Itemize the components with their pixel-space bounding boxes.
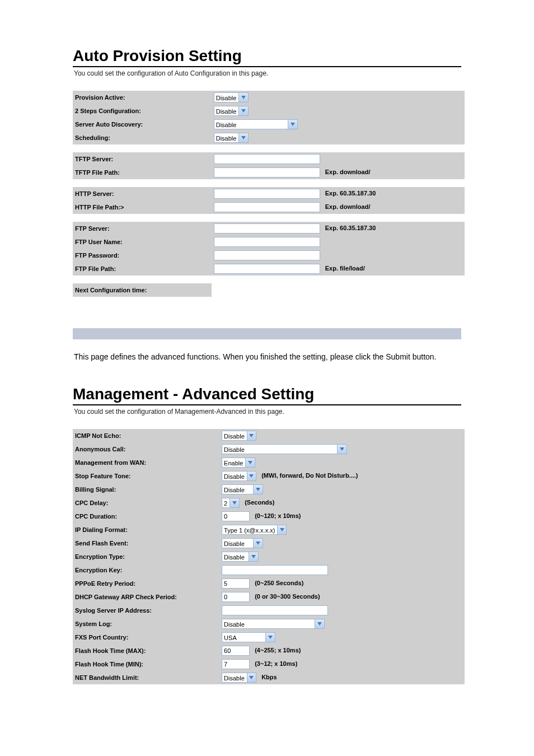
- label-flash-hook-max: Flash Hook Time (MAX):: [73, 644, 219, 657]
- label-syslog-ip: Syslog Server IP Address:: [73, 604, 219, 617]
- label-mgmt-from-wan: Management from WAN:: [73, 456, 219, 469]
- hint-tftp-file-path: Exp. download/: [325, 169, 371, 175]
- select-encryption-type[interactable]: Disable: [222, 552, 259, 562]
- hint-http-file-path: Exp. download/: [325, 203, 371, 210]
- chevron-down-icon: [253, 485, 263, 494]
- input-http-server[interactable]: [214, 189, 320, 199]
- label-flash-hook-min: Flash Hook Time (MIN):: [73, 657, 219, 671]
- input-ftp-password[interactable]: [214, 250, 320, 260]
- select-ip-dialing-format[interactable]: Type 1 (x@x.x.x.x): [222, 525, 287, 535]
- input-tftp-server[interactable]: [214, 154, 320, 164]
- hint-ftp-server: Exp. 60.35.187.30: [325, 225, 376, 231]
- hint-flash-hook-max: (4~255; x 10ms): [255, 647, 301, 654]
- hint-cpc-duration: (0~120; x 10ms): [255, 512, 301, 519]
- title-rule: [73, 66, 461, 67]
- chevron-down-icon: [265, 633, 275, 642]
- select-system-log[interactable]: Disable: [222, 619, 325, 629]
- input-ftp-user[interactable]: [214, 237, 320, 247]
- chevron-down-icon: [247, 472, 256, 480]
- chevron-down-icon: [238, 106, 247, 115]
- select-provision-active[interactable]: Disable: [214, 92, 249, 102]
- label-icmp-not-echo: ICMP Not Echo:: [73, 429, 219, 442]
- input-ftp-file-path[interactable]: [214, 264, 320, 274]
- input-flash-hook-min[interactable]: [222, 659, 250, 669]
- input-tftp-file-path[interactable]: [214, 167, 320, 178]
- label-ip-dialing-format: IP Dialing Format:: [73, 523, 219, 536]
- input-flash-hook-max[interactable]: [222, 646, 250, 656]
- select-mgmt-from-wan[interactable]: Enable: [222, 458, 255, 468]
- select-server-auto-discovery[interactable]: Disable: [214, 119, 298, 129]
- label-ftp-file-path: FTP File Path:: [73, 262, 212, 276]
- label-anonymous-call: Anonymous Call:: [73, 442, 219, 456]
- label-server-auto-discovery: Server Auto Discovery:: [73, 118, 212, 131]
- auto-provision-title: Auto Provision Setting: [73, 47, 461, 65]
- label-http-server: HTTP Server:: [73, 187, 212, 200]
- select-stop-feature-tone[interactable]: Disable: [222, 471, 256, 481]
- input-encryption-key[interactable]: [222, 565, 328, 575]
- mgmt-advanced-title: Management - Advanced Setting: [73, 385, 461, 403]
- mgmt-advanced-subtitle: You could set the configuration of Manag…: [74, 408, 461, 416]
- auto-provision-subtitle: You could set the configuration of Auto …: [74, 69, 461, 77]
- hint-ftp-file-path: Exp. file/load/: [325, 265, 365, 272]
- label-billing-signal: Billing Signal:: [73, 483, 219, 496]
- chevron-down-icon: [238, 93, 247, 102]
- input-http-file-path[interactable]: [214, 202, 320, 212]
- section-separator: [73, 328, 461, 339]
- chevron-down-icon: [249, 552, 258, 561]
- label-tftp-server: TFTP Server:: [73, 152, 212, 166]
- label-scheduling: Scheduling:: [73, 131, 212, 144]
- label-ftp-password: FTP Password:: [73, 249, 212, 262]
- input-syslog-ip[interactable]: [222, 605, 328, 615]
- label-dhcp-gw-arp: DHCP Gateway ARP Check Period:: [73, 590, 219, 604]
- label-fxs-port-country: FXS Port Country:: [73, 631, 219, 644]
- chevron-down-icon: [337, 445, 346, 454]
- hint-cpc-delay: (Seconds): [245, 499, 274, 506]
- chevron-down-icon: [247, 673, 256, 682]
- chevron-down-icon: [253, 539, 263, 548]
- chevron-down-icon: [277, 525, 286, 534]
- select-net-bw-limit[interactable]: Disable: [222, 673, 256, 683]
- hint-dhcp-gw-arp: (0 or 30~300 Seconds): [255, 593, 320, 600]
- label-cpc-delay: CPC Delay:: [73, 496, 219, 510]
- input-dhcp-gw-arp[interactable]: [222, 592, 250, 602]
- hint-pppoe-retry: (0~250 Seconds): [255, 580, 303, 586]
- hint-stop-feature-tone: (MWI, forward, Do Not Disturb....): [261, 472, 358, 479]
- label-next-config-time: Next Configuration time:: [73, 283, 212, 297]
- chevron-down-icon: [245, 458, 255, 467]
- label-ftp-user: FTP User Name:: [73, 235, 212, 249]
- title-rule: [73, 404, 461, 405]
- input-pppoe-retry[interactable]: [222, 578, 250, 589]
- label-system-log: System Log:: [73, 617, 219, 631]
- label-provision-active: Provision Active:: [73, 91, 212, 104]
- label-cpc-duration: CPC Duration:: [73, 510, 219, 523]
- input-cpc-duration[interactable]: [222, 511, 250, 521]
- select-scheduling[interactable]: Disable: [214, 133, 249, 143]
- select-billing-signal[interactable]: Disable: [222, 484, 263, 494]
- label-encryption-type: Encryption Type:: [73, 550, 219, 563]
- label-2steps: 2 Steps Configuration:: [73, 104, 212, 118]
- label-stop-feature-tone: Stop Feature Tone:: [73, 469, 219, 483]
- label-send-flash-event: Send Flash Event:: [73, 536, 219, 550]
- hint-flash-hook-min: (3~12; x 10ms): [255, 660, 297, 667]
- hint-http-server: Exp. 60.35.187.30: [325, 190, 376, 197]
- input-ftp-server[interactable]: [214, 223, 320, 234]
- mgmt-advanced-table: ICMP Not Echo: Disable Anonymous Call: D…: [73, 429, 465, 684]
- select-2steps[interactable]: Disable: [214, 106, 249, 116]
- chevron-down-icon: [288, 120, 297, 129]
- select-send-flash-event[interactable]: Disable: [222, 538, 263, 548]
- intro-text: This page defines the advanced functions…: [74, 351, 461, 363]
- label-tftp-file-path: TFTP File Path:: [73, 166, 212, 179]
- chevron-down-icon: [315, 619, 324, 628]
- hint-net-bw-limit: Kbps: [261, 674, 277, 680]
- label-encryption-key: Encryption Key:: [73, 563, 219, 577]
- auto-provision-table: Provision Active: Disable 2 Steps Config…: [73, 91, 465, 297]
- label-net-bw-limit: NET Bandwidth Limit:: [73, 671, 219, 684]
- select-icmp-not-echo[interactable]: Disable: [222, 431, 256, 441]
- select-anonymous-call[interactable]: Disable: [222, 444, 347, 454]
- select-fxs-port-country[interactable]: USA: [222, 632, 275, 642]
- select-cpc-delay[interactable]: 2: [222, 498, 240, 508]
- chevron-down-icon: [247, 431, 256, 440]
- label-ftp-server: FTP Server:: [73, 222, 212, 235]
- chevron-down-icon: [229, 498, 239, 507]
- chevron-down-icon: [238, 133, 247, 142]
